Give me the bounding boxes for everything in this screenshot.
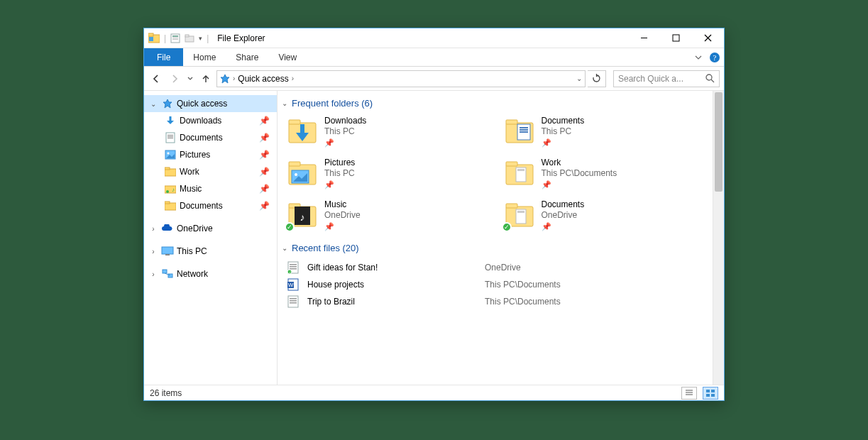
- status-bar: 26 items: [144, 385, 724, 400]
- file-row[interactable]: ✓Gift ideas for Stan!OneDrive: [287, 259, 715, 276]
- sidebar-item-onedrive[interactable]: › OneDrive: [144, 220, 277, 237]
- tab-share[interactable]: Share: [226, 48, 268, 66]
- folder-tile[interactable]: ✓DocumentsOneDrive📌: [505, 199, 715, 231]
- titlebar: | ▾ | File Explorer: [144, 28, 724, 48]
- address-dropdown-icon[interactable]: ⌄: [576, 75, 582, 82]
- svg-rect-44: [520, 127, 528, 128]
- folder-tile[interactable]: DocumentsThis PC📌: [505, 116, 715, 148]
- status-item-count: 26 items: [150, 388, 182, 398]
- svg-rect-76: [290, 302, 297, 304]
- svg-point-29: [166, 190, 169, 193]
- svg-rect-6: [172, 39, 178, 40]
- tab-home[interactable]: Home: [183, 48, 226, 66]
- sidebar-item-this-pc[interactable]: › This PC: [144, 243, 277, 260]
- chevron-right-icon[interactable]: ›: [148, 246, 158, 256]
- scrollbar-thumb[interactable]: [715, 92, 723, 192]
- svg-rect-23: [167, 138, 173, 138]
- refresh-button[interactable]: [588, 70, 606, 87]
- navigation-pane: ⌄ Quick access Downloads 📌 Documents 📌: [144, 91, 278, 385]
- svg-rect-83: [711, 394, 715, 397]
- ribbon: File Home Share View ?: [144, 48, 724, 67]
- breadcrumb[interactable]: Quick access: [238, 74, 288, 84]
- details-view-button[interactable]: [681, 387, 697, 400]
- help-icon[interactable]: ?: [705, 48, 724, 66]
- folder-tile[interactable]: WorkThis PC\Documents📌: [505, 158, 715, 189]
- svg-rect-63: [517, 211, 524, 213]
- svg-rect-33: [162, 247, 173, 254]
- pin-icon: 📌: [259, 167, 270, 177]
- sidebar-item-work[interactable]: Work 📌: [160, 163, 277, 180]
- svg-rect-55: [517, 169, 524, 171]
- tab-view[interactable]: View: [268, 48, 307, 66]
- folder-location: OneDrive: [324, 210, 361, 220]
- folder-icon: [164, 199, 177, 212]
- svg-rect-82: [706, 394, 710, 397]
- svg-rect-73: [288, 296, 298, 307]
- file-explorer-window: | ▾ | File Explorer File Home Sh: [143, 28, 725, 401]
- chevron-right-icon[interactable]: ›: [233, 75, 235, 82]
- pin-icon: 📌: [259, 184, 270, 194]
- svg-rect-42: [506, 120, 517, 124]
- chevron-down-icon[interactable]: ⌄: [282, 244, 287, 252]
- file-tab[interactable]: File: [144, 48, 183, 66]
- cloud-icon: [161, 222, 174, 235]
- svg-rect-35: [163, 270, 167, 273]
- svg-rect-75: [290, 300, 297, 302]
- pin-icon: 📌: [542, 180, 617, 189]
- back-button[interactable]: [148, 70, 164, 87]
- folder-tile[interactable]: PicturesThis PC📌: [287, 158, 498, 189]
- sidebar-item-documents[interactable]: Documents 📌: [160, 129, 277, 146]
- folder-icon: [164, 165, 177, 178]
- tiles-view-button[interactable]: [703, 387, 718, 400]
- address-bar[interactable]: › Quick access › ⌄: [216, 70, 586, 87]
- group-header-frequent[interactable]: ⌄ Frequent folders (6): [280, 95, 717, 111]
- folder-icon: [505, 116, 534, 145]
- sidebar-item-pictures[interactable]: Pictures 📌: [160, 146, 277, 163]
- recent-locations-button[interactable]: [185, 70, 195, 87]
- picture-icon: [164, 148, 177, 161]
- sidebar-item-downloads[interactable]: Downloads 📌: [160, 112, 277, 129]
- svg-rect-2: [149, 37, 153, 41]
- vertical-scrollbar[interactable]: [713, 91, 724, 385]
- file-name: House projects: [307, 280, 478, 290]
- svg-text:♪: ♪: [172, 187, 175, 193]
- ribbon-collapse-icon[interactable]: [691, 48, 705, 66]
- sidebar-item-label: Network: [177, 269, 208, 279]
- chevron-right-icon[interactable]: ›: [148, 269, 158, 279]
- file-row[interactable]: WHouse projectsThis PC\Documents: [287, 276, 715, 293]
- file-row[interactable]: Trip to BrazilThis PC\Documents: [287, 293, 715, 310]
- folder-location: This PC\Documents: [542, 168, 617, 178]
- svg-marker-16: [221, 75, 229, 83]
- chevron-down-icon[interactable]: ⌄: [148, 99, 158, 109]
- folder-tile[interactable]: ♪✓MusicOneDrive📌: [287, 199, 498, 231]
- search-input[interactable]: Search Quick a...: [613, 70, 720, 87]
- properties-icon[interactable]: [170, 33, 180, 43]
- app-icon: [148, 33, 160, 44]
- file-name: Trip to Brazil: [307, 297, 478, 307]
- folder-location: This PC: [324, 168, 355, 178]
- sidebar-item-network[interactable]: › Network: [144, 265, 277, 282]
- chevron-down-icon[interactable]: ⌄: [282, 99, 287, 107]
- svg-text:♪: ♪: [300, 211, 305, 223]
- close-button[interactable]: [692, 28, 724, 48]
- pin-icon: 📌: [542, 138, 585, 148]
- folder-icon: ✓: [505, 199, 534, 229]
- svg-point-25: [167, 153, 170, 155]
- new-folder-icon[interactable]: [185, 33, 194, 43]
- qat-dropdown-icon[interactable]: ▾: [199, 35, 202, 42]
- chevron-right-icon[interactable]: ›: [148, 224, 158, 233]
- sidebar-item-quick-access[interactable]: ⌄ Quick access: [144, 95, 277, 112]
- forward-button[interactable]: [167, 70, 182, 87]
- pin-icon: 📌: [542, 222, 585, 231]
- sidebar-item-music[interactable]: ♪ Music 📌: [160, 180, 277, 197]
- chevron-right-icon[interactable]: ›: [292, 75, 294, 82]
- sidebar-item-label: Downloads: [180, 116, 221, 126]
- maximize-button[interactable]: [660, 28, 692, 48]
- minimize-button[interactable]: [628, 28, 660, 48]
- pin-icon: 📌: [324, 138, 366, 148]
- group-header-recent[interactable]: ⌄ Recent files (20): [280, 240, 717, 256]
- folder-tile[interactable]: DownloadsThis PC📌: [287, 116, 498, 148]
- svg-rect-21: [167, 135, 173, 136]
- sidebar-item-documents-2[interactable]: Documents 📌: [160, 197, 277, 214]
- up-button[interactable]: [198, 70, 214, 87]
